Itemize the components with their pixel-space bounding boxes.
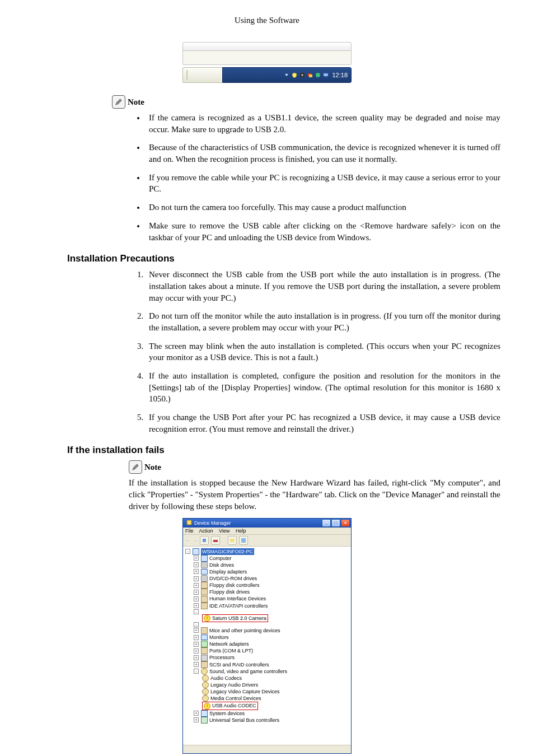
list-item: Never disconnect the USB cable from the … xyxy=(146,269,500,304)
ide-icon xyxy=(201,603,208,609)
expand-icon[interactable]: + xyxy=(194,642,199,647)
tree-node[interactable]: Floppy disk controllers xyxy=(209,582,260,589)
tree-node[interactable]: Legacy Video Capture Devices xyxy=(210,688,279,695)
dvd-icon xyxy=(201,575,208,582)
toolbar: ←→ xyxy=(183,535,351,547)
menu-view[interactable]: View xyxy=(219,528,229,534)
svg-rect-11 xyxy=(241,538,246,543)
toolbar-button[interactable] xyxy=(200,536,209,545)
svg-rect-9 xyxy=(213,540,218,542)
tree-node[interactable]: Network adapters xyxy=(209,641,249,647)
warning-device-row[interactable]: !USB Audio CODEC xyxy=(202,702,258,710)
expand-icon[interactable]: + xyxy=(194,583,199,588)
menu-bar[interactable]: File Action View Help xyxy=(183,528,351,535)
expand-icon[interactable]: + xyxy=(194,576,199,581)
monitor-icon xyxy=(201,634,208,640)
sound-child-icon xyxy=(202,675,209,682)
note-label: Note xyxy=(128,97,144,107)
note-icon xyxy=(112,95,125,109)
status-bar xyxy=(183,745,351,753)
tree-node[interactable]: Monitors xyxy=(209,634,229,641)
expand-icon[interactable]: + xyxy=(194,562,199,567)
close-button[interactable]: × xyxy=(341,519,350,527)
note-icon xyxy=(129,460,142,474)
collapse-icon[interactable]: - xyxy=(185,549,190,554)
taskbar-screenshot: 12:18 xyxy=(182,42,352,83)
processor-icon xyxy=(201,655,208,661)
list-item: If you change the USB Port after your PC… xyxy=(146,412,500,435)
expand-icon[interactable]: + xyxy=(194,596,199,601)
maximize-button[interactable]: □ xyxy=(331,519,340,527)
menu-help[interactable]: Help xyxy=(236,528,246,534)
tree-node[interactable]: Mice and other pointing devices xyxy=(209,627,280,634)
collapse-icon[interactable]: - xyxy=(194,669,199,674)
sound-child-icon xyxy=(202,688,209,695)
warning-device-row[interactable]: !Saturn USB 2.0 Camera xyxy=(202,614,268,622)
note-label: Note xyxy=(144,463,161,472)
expand-icon[interactable]: + xyxy=(194,603,199,608)
tree-node[interactable]: Display adapters xyxy=(209,568,247,575)
tree-node[interactable]: Audio Codecs xyxy=(210,675,242,682)
collapse-icon[interactable]: - xyxy=(194,609,199,614)
expand-icon[interactable]: + xyxy=(194,635,199,640)
tree-node[interactable]: Processors xyxy=(209,654,235,661)
svg-rect-7 xyxy=(187,520,191,525)
tray-play-icon xyxy=(299,72,305,78)
menu-file[interactable]: File xyxy=(185,528,194,534)
tree-node[interactable]: Ports (COM & LPT) xyxy=(209,647,253,654)
note-bullets: If the camera is recognized as a USB1.1 … xyxy=(34,112,500,243)
scsi-icon xyxy=(201,661,208,668)
tray-shield-icon xyxy=(292,72,297,78)
fails-paragraph: If the installation is stopped because t… xyxy=(129,477,500,512)
tree-node[interactable]: Saturn USB 2.0 Camera xyxy=(212,615,266,622)
expand-icon[interactable]: + xyxy=(194,655,199,660)
port-icon xyxy=(201,647,208,654)
tree-node[interactable]: USB Audio CODEC xyxy=(212,702,256,709)
tree-node[interactable]: SCSI and RAID controllers xyxy=(209,661,269,668)
expand-icon[interactable]: + xyxy=(194,648,199,654)
expand-icon[interactable]: + xyxy=(194,711,199,716)
section-title-precautions: Installation Precautions xyxy=(67,253,500,264)
warning-icon: ! xyxy=(204,615,210,622)
mouse-icon xyxy=(201,627,208,634)
expand-icon[interactable]: + xyxy=(194,662,199,667)
menu-action[interactable]: Action xyxy=(199,528,213,534)
tree-node[interactable]: Legacy Audio Drivers xyxy=(210,682,258,688)
tree-node[interactable]: Human Interface Devices xyxy=(209,595,266,602)
warning-icon: ! xyxy=(204,703,210,710)
device-tree[interactable]: -WSMAGICINFO02-PC +Computer +Disk drives… xyxy=(183,547,351,745)
tree-node[interactable]: IDE ATA/ATAPI controllers xyxy=(209,603,268,609)
hid-icon xyxy=(201,596,208,603)
toolbar-button[interactable] xyxy=(228,536,237,545)
tree-node[interactable]: Floppy disk drives xyxy=(209,589,250,595)
tree-node[interactable]: System devices xyxy=(209,710,245,717)
tree-node[interactable]: DVD/CD-ROM drives xyxy=(209,575,257,582)
tree-node[interactable]: Computer xyxy=(209,555,232,562)
collapse-icon[interactable]: - xyxy=(194,622,199,627)
system-icon xyxy=(201,710,208,717)
root-node[interactable]: WSMAGICINFO02-PC xyxy=(201,548,254,555)
tray-clock: 12:18 xyxy=(332,72,348,78)
tree-node[interactable]: Disk drives xyxy=(209,562,234,568)
tree-node[interactable]: Universal Serial Bus controllers xyxy=(209,717,279,724)
expand-icon[interactable]: + xyxy=(194,628,199,633)
svg-rect-8 xyxy=(203,539,206,542)
bullet-item: Make sure to remove the USB cable after … xyxy=(146,220,500,243)
expand-icon[interactable]: + xyxy=(194,717,199,722)
expand-icon[interactable]: + xyxy=(194,590,199,595)
bullet-item: If the camera is recognized as a USB1.1 … xyxy=(146,112,500,135)
sound-child-icon xyxy=(202,695,209,702)
floppy-ctrl-icon xyxy=(201,582,208,589)
device-manager-screenshot: Device Manager _ □ × File Action View He… xyxy=(182,518,352,754)
tree-node[interactable]: Sound, video and game controllers xyxy=(209,668,287,675)
list-item: The screen may blink when the auto insta… xyxy=(146,340,500,363)
toolbar-button[interactable] xyxy=(211,536,220,545)
page-header: Using the Software xyxy=(34,16,500,25)
minimize-button[interactable]: _ xyxy=(322,519,331,527)
precautions-list: Never disconnect the USB cable from the … xyxy=(34,269,500,435)
sound-icon xyxy=(201,668,208,675)
expand-icon[interactable]: + xyxy=(194,569,199,574)
expand-icon[interactable]: + xyxy=(194,556,199,561)
toolbar-button[interactable] xyxy=(239,536,248,545)
tree-node[interactable]: Media Control Devices xyxy=(210,695,261,702)
